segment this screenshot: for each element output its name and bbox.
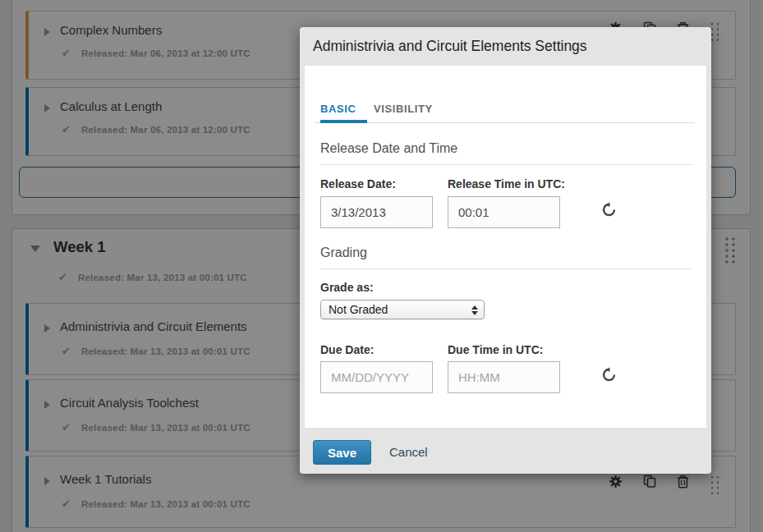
release-time-label: Release Time in UTC: — [448, 177, 565, 190]
grade-as-label: Grade as: — [320, 281, 374, 294]
divider — [320, 268, 692, 269]
modal-content: BASIC VISIBILITY Release Date and Time R… — [305, 66, 706, 428]
release-date-label: Release Date: — [320, 177, 396, 190]
due-date-label: Due Date: — [320, 343, 374, 356]
due-time-label: Due Time in UTC: — [448, 343, 543, 356]
reset-release-icon[interactable] — [601, 202, 617, 218]
release-section-heading: Release Date and Time — [320, 141, 457, 156]
active-tab-underline — [320, 120, 367, 123]
tab-basic[interactable]: BASIC — [320, 103, 356, 115]
release-time-input[interactable] — [448, 196, 560, 228]
tab-divider — [315, 122, 695, 123]
release-date-input[interactable] — [320, 196, 433, 228]
save-button[interactable]: Save — [313, 440, 371, 465]
grade-as-select[interactable]: Not Graded — [320, 300, 485, 319]
select-arrows-icon — [471, 305, 478, 316]
tab-visibility[interactable]: VISIBILITY — [374, 103, 433, 115]
divider — [320, 164, 692, 165]
due-time-input[interactable] — [448, 361, 560, 393]
reset-due-icon[interactable] — [601, 367, 617, 383]
cancel-button[interactable]: Cancel — [389, 445, 428, 459]
grading-section-heading: Grading — [320, 245, 367, 260]
subsection-settings-modal: Administrivia and Circuit Elements Setti… — [300, 27, 711, 474]
modal-title: Administrivia and Circuit Elements Setti… — [313, 38, 587, 55]
course-outline-page: Complex Numbers ✔ Released: Mar 06, 2013… — [0, 0, 763, 532]
grade-as-selected-value: Not Graded — [329, 303, 388, 316]
due-date-input[interactable] — [320, 361, 433, 393]
